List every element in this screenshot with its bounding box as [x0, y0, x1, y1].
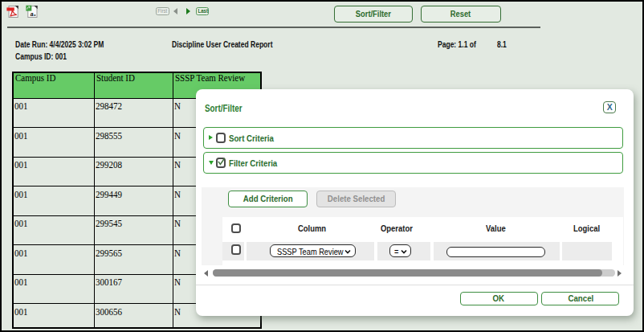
svg-text:a: a — [30, 10, 34, 18]
